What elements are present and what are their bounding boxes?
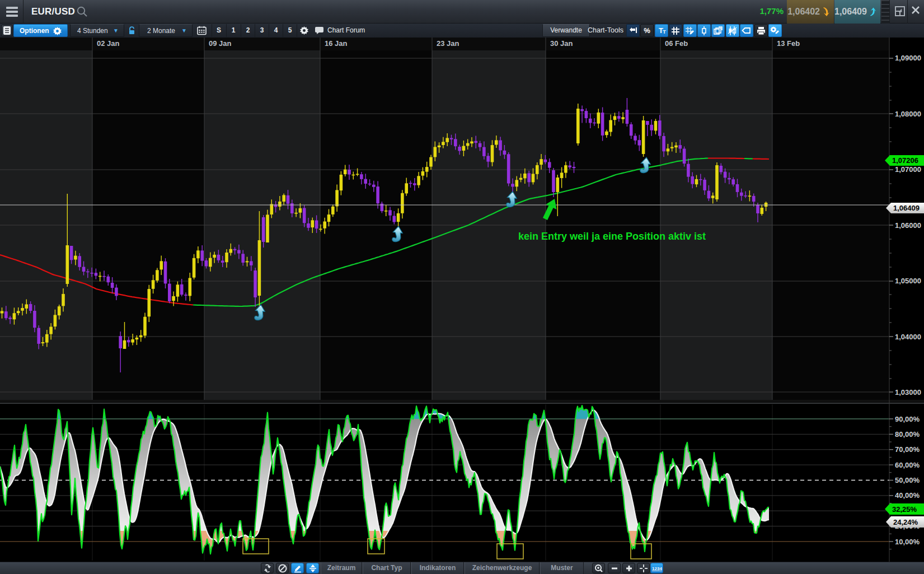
svg-text:80,00%: 80,00%	[895, 430, 920, 438]
svg-text:1,06409: 1,06409	[893, 204, 920, 212]
svg-text:1,07000: 1,07000	[895, 165, 921, 174]
svg-text:60,00%: 60,00%	[895, 461, 920, 469]
svg-text:13 Feb: 13 Feb	[777, 39, 800, 48]
svg-text:1,08000: 1,08000	[895, 110, 921, 118]
svg-text:40,00%: 40,00%	[895, 491, 920, 500]
svg-text:32,25%: 32,25%	[892, 505, 917, 514]
svg-text:23 Jan: 23 Jan	[437, 39, 459, 48]
svg-text:90,00%: 90,00%	[895, 415, 920, 423]
svg-text:70,00%: 70,00%	[895, 445, 920, 454]
svg-text:09 Jan: 09 Jan	[209, 39, 232, 48]
svg-text:kein Entry weil ja eine Positi: kein Entry weil ja eine Position aktiv i…	[518, 231, 706, 242]
svg-text:1,05000: 1,05000	[895, 277, 921, 285]
svg-text:24,24%: 24,24%	[893, 518, 918, 526]
svg-text:1234: 1234	[652, 566, 662, 571]
svg-text:10,00%: 10,00%	[895, 538, 920, 546]
svg-text:06 Feb: 06 Feb	[665, 39, 688, 48]
svg-text:T: T	[663, 29, 666, 35]
svg-text:1,06000: 1,06000	[895, 221, 921, 230]
svg-text:1,03000: 1,03000	[895, 388, 921, 396]
svg-text:16 Jan: 16 Jan	[325, 39, 348, 48]
svg-text:1,04000: 1,04000	[895, 333, 921, 341]
svg-text:1,09000: 1,09000	[895, 54, 921, 62]
svg-text:%: %	[644, 26, 650, 35]
svg-text:30 Jan: 30 Jan	[550, 39, 573, 48]
svg-text:50,00%: 50,00%	[895, 476, 920, 484]
svg-text:1,07206: 1,07206	[892, 156, 918, 165]
svg-text:02 Jan: 02 Jan	[97, 39, 120, 48]
